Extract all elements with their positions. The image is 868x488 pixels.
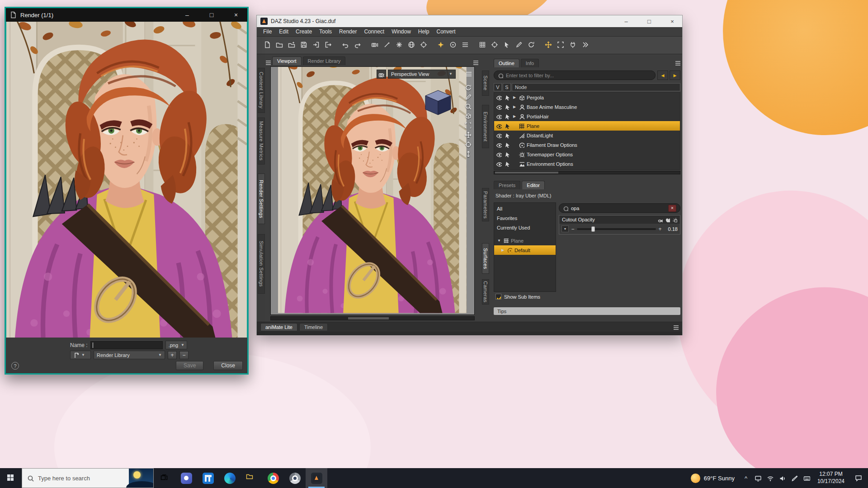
create-light-icon[interactable] — [381, 39, 393, 52]
tab-editor[interactable]: Editor — [522, 181, 545, 189]
filter-favorites[interactable]: Favorites — [494, 213, 556, 223]
outline-pane-menu-icon[interactable] — [675, 60, 680, 66]
view-cube[interactable] — [424, 89, 453, 117]
export-icon[interactable] — [322, 39, 335, 52]
tab-animate-lite[interactable]: aniMate Lite — [260, 323, 297, 331]
link-icon[interactable] — [658, 217, 663, 222]
format-dropdown[interactable]: .png▼ — [165, 341, 187, 349]
taskbar-app-1[interactable] — [175, 468, 197, 488]
daz-minimize-button[interactable]: – — [616, 15, 636, 27]
filter-currently-used[interactable]: Currently Used — [494, 223, 556, 232]
filter-next-button[interactable]: ▶ — [670, 70, 680, 80]
close-button[interactable]: Close — [213, 361, 243, 370]
column-node[interactable]: Node — [512, 83, 680, 91]
viewport-pane-menu-icon[interactable] — [265, 59, 271, 65]
render-name-input[interactable] — [90, 341, 163, 349]
wifi-tray-icon[interactable] — [764, 468, 776, 488]
cube-view-icon[interactable] — [463, 112, 472, 120]
eye-icon[interactable] — [496, 123, 502, 129]
menu-tools[interactable]: Tools — [316, 28, 335, 35]
start-button[interactable] — [0, 468, 22, 488]
tree-row-environment-options[interactable]: Environment Options — [494, 159, 680, 169]
decrement-button[interactable]: − — [571, 226, 575, 232]
eye-icon[interactable] — [496, 94, 502, 101]
node-selection-icon[interactable] — [501, 39, 513, 52]
help-button[interactable]: ? — [11, 362, 19, 370]
render-minimize-button[interactable]: – — [177, 9, 198, 21]
pan-tool-icon[interactable] — [463, 131, 472, 139]
add-button[interactable]: + — [168, 351, 177, 359]
dock-tab-surfaces[interactable]: Surfaces — [482, 243, 489, 274]
collapse-icon[interactable]: ▼ — [497, 239, 501, 243]
tab-render-library[interactable]: Render Library — [303, 56, 346, 65]
grid-icon[interactable] — [476, 39, 489, 52]
eye-icon[interactable] — [496, 142, 502, 148]
viewport-options-menu-icon[interactable] — [472, 59, 478, 65]
column-visible[interactable]: V — [494, 83, 502, 91]
opacity-slider-track[interactable] — [577, 228, 656, 230]
create-camera-icon[interactable] — [369, 39, 381, 52]
action-center-icon[interactable] — [849, 468, 868, 488]
menu-window[interactable]: Window — [388, 28, 415, 35]
import-icon[interactable] — [310, 39, 322, 52]
orbit-tool-icon[interactable] — [463, 83, 472, 91]
tab-viewport[interactable]: Viewport — [272, 56, 302, 65]
tree-row-pergola[interactable]: ▶ Pergola — [494, 93, 680, 102]
cursor-icon[interactable] — [504, 161, 510, 167]
create-burst-light-icon[interactable] — [393, 39, 406, 52]
render-maximize-button[interactable]: □ — [201, 9, 222, 21]
render-titlebar[interactable]: Render (1/1) – □ × — [6, 8, 247, 22]
taskbar-app-2[interactable] — [197, 468, 219, 488]
tray-expand-icon[interactable]: ^ — [740, 468, 752, 488]
cursor-icon[interactable] — [504, 142, 510, 148]
zoom-tool-icon[interactable] — [463, 102, 472, 110]
new-sparkle-icon[interactable] — [435, 39, 447, 52]
opacity-slider-knob[interactable] — [591, 226, 595, 232]
expand-icon[interactable]: ▶ — [500, 248, 505, 252]
gear-icon[interactable] — [672, 217, 677, 222]
surface-tree-default-selected[interactable]: ▶ Default — [494, 245, 556, 255]
tab-timeline[interactable]: Timeline — [299, 323, 328, 331]
task-view-button[interactable] — [154, 468, 175, 488]
tips-bar[interactable]: Tips — [494, 307, 680, 315]
filter-all[interactable]: All — [494, 204, 556, 213]
tree-row-tonemapper-options[interactable]: Tonemapper Options — [494, 150, 680, 159]
viewport-horizontal-scrollbar[interactable] — [270, 316, 475, 320]
viewport-style-icon[interactable] — [465, 70, 472, 77]
eye-icon[interactable] — [496, 151, 502, 158]
property-group-header[interactable]: Cutout Opacity — [559, 216, 680, 224]
render-globe-icon[interactable] — [406, 39, 418, 52]
cursor-icon[interactable] — [504, 151, 510, 158]
save-icon[interactable] — [298, 39, 310, 52]
expand-icon[interactable]: ▶ — [512, 95, 517, 99]
search-highlight-moon[interactable] — [129, 469, 153, 488]
daz-maximize-button[interactable]: □ — [639, 15, 659, 27]
sphere-select-icon[interactable] — [489, 39, 501, 52]
eye-icon[interactable] — [496, 132, 502, 139]
dock-tab-environment[interactable]: Environment — [482, 105, 489, 148]
expand-icon[interactable]: ▶ — [512, 105, 517, 109]
cursor-icon[interactable] — [504, 94, 510, 101]
remove-button[interactable]: − — [179, 351, 189, 359]
viewport-canvas[interactable]: Perspective View ▼ — [270, 66, 475, 315]
tree-row-distantlight[interactable]: DistantLight — [494, 131, 680, 140]
taskbar-daz-studio[interactable] — [306, 468, 327, 488]
taskbar-browser-2[interactable] — [284, 468, 306, 488]
heart-icon[interactable] — [665, 217, 670, 222]
menu-create[interactable]: Create — [292, 28, 316, 35]
property-dropdown-icon[interactable]: ▼ — [561, 225, 569, 232]
cursor-icon[interactable] — [504, 104, 510, 110]
save-type-dropdown[interactable]: ▼ — [70, 351, 91, 359]
aux-viewport-icon[interactable] — [447, 39, 459, 52]
daz-close-button[interactable]: × — [662, 15, 682, 27]
undo-icon[interactable] — [340, 39, 352, 52]
pen-tray-icon[interactable] — [788, 468, 801, 488]
outline-horizontal-scrollbar[interactable] — [494, 171, 680, 174]
new-file-icon[interactable] — [261, 39, 274, 52]
tab-presets[interactable]: Presets — [494, 181, 520, 189]
rotate-tool-icon[interactable] — [525, 39, 538, 52]
menu-file[interactable]: File — [259, 28, 275, 35]
menu-render[interactable]: Render — [335, 28, 360, 35]
tree-row-base-anime-masculine[interactable]: ▶ Base Anime Masculine — [494, 102, 680, 112]
filter-prev-button[interactable]: ◀ — [657, 70, 668, 80]
